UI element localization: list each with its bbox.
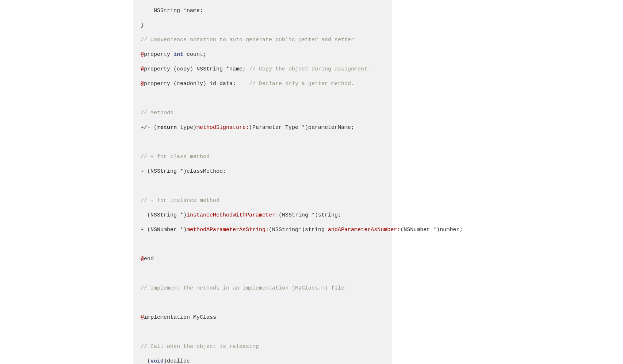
blank-line	[141, 95, 385, 102]
code-line: +/- (return type)methodSignature:(Parame…	[141, 124, 385, 131]
code-line: + (NSString *)classMethod;	[141, 168, 385, 175]
code-line: - (NSNumber *)methodAParameterAsString:(…	[141, 226, 385, 234]
code-line: @property int count;	[141, 51, 385, 58]
code-line: }	[141, 22, 385, 29]
blank-line	[141, 241, 385, 248]
code-line: @property (copy) NSString *name; // Copy…	[141, 66, 385, 73]
blank-line	[141, 270, 385, 277]
code-line: - (void)dealloc	[141, 358, 385, 364]
page: NSString *name; } // Convenience notatio…	[0, 0, 623, 364]
blank-line	[141, 299, 385, 307]
blank-line	[141, 139, 385, 146]
code-line: @implementation MyClass	[141, 314, 385, 321]
code-comment: // Methods	[141, 110, 385, 117]
code-line: @end	[141, 256, 385, 263]
code-line: - (NSString *)instanceMethodWithParamete…	[141, 212, 385, 219]
blank-line	[141, 329, 385, 336]
code-block: NSString *name; } // Convenience notatio…	[133, 0, 392, 364]
blank-line	[141, 183, 385, 190]
code-comment: // + for class method	[141, 153, 385, 161]
code-comment: // Implement the methods in an implement…	[141, 285, 385, 292]
code-line: @property (readonly) id data; // Declare…	[141, 80, 385, 88]
code-line: NSString *name;	[141, 7, 385, 15]
code-comment: // - for instance method	[141, 197, 385, 204]
code-comment: // Call when the object is releasing	[141, 343, 385, 350]
code-comment: // Convenience notation to auto generate…	[141, 37, 385, 44]
